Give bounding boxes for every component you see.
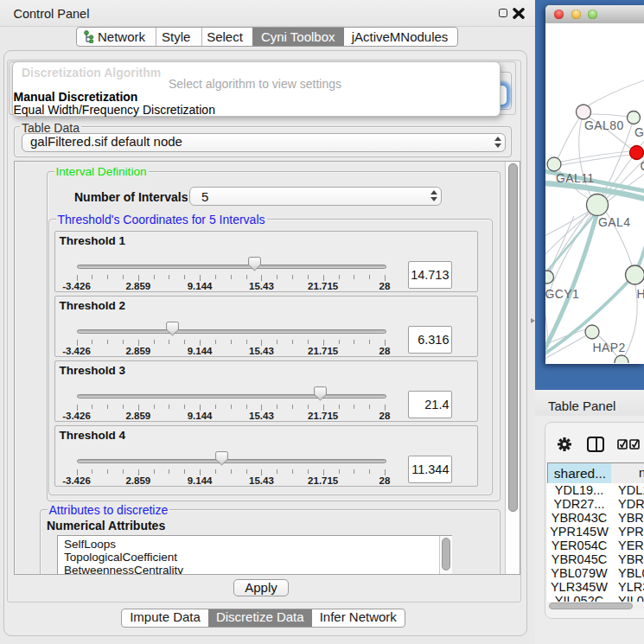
svg-text:CB: CB: [641, 159, 644, 173]
svg-text:GAL7: GAL7: [634, 125, 644, 139]
svg-text:GAL4: GAL4: [598, 215, 630, 229]
svg-text:GAL11: GAL11: [556, 171, 595, 185]
svg-text:GCY1: GCY1: [545, 287, 579, 301]
svg-text:HAP2: HAP2: [593, 341, 626, 354]
svg-text:H: H: [637, 287, 644, 301]
svg-text:GAL80: GAL80: [584, 118, 624, 132]
